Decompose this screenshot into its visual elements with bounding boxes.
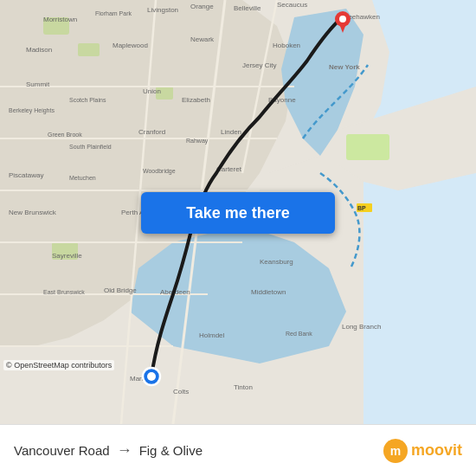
svg-text:Union: Union xyxy=(143,87,161,95)
svg-text:Hoboken: Hoboken xyxy=(273,42,300,49)
moovit-logo: m moovit xyxy=(383,439,462,463)
svg-text:Middletown: Middletown xyxy=(251,288,286,296)
svg-text:South Plainfield: South Plainfield xyxy=(69,144,112,150)
svg-text:Summit: Summit xyxy=(26,80,50,88)
svg-text:Tinton: Tinton xyxy=(234,383,253,391)
svg-text:Cranford: Cranford xyxy=(138,128,165,136)
svg-text:Sayreville: Sayreville xyxy=(52,252,82,260)
svg-text:Piscataway: Piscataway xyxy=(9,171,43,179)
svg-text:Secaucus: Secaucus xyxy=(277,1,307,9)
route-arrow: → xyxy=(117,441,132,460)
svg-point-67 xyxy=(147,372,156,381)
svg-text:Linden: Linden xyxy=(221,128,241,136)
osm-attribution: © OpenStreetMap contributors xyxy=(3,360,114,370)
svg-text:Madison: Madison xyxy=(26,46,52,54)
svg-text:New Brunswick: New Brunswick xyxy=(9,209,57,216)
svg-text:Metuchen: Metuchen xyxy=(69,175,96,181)
svg-rect-11 xyxy=(346,134,389,160)
moovit-icon: m xyxy=(383,439,408,463)
map-container: Morristown Florham Park Livingston Orang… xyxy=(0,0,476,424)
svg-text:Holmdel: Holmdel xyxy=(199,331,225,339)
origin-label: Vancouver Road xyxy=(14,443,110,458)
svg-point-70 xyxy=(339,16,346,23)
svg-text:Red Bank: Red Bank xyxy=(286,331,312,337)
bottom-bar: Vancouver Road → Fig & Olive m moovit xyxy=(0,424,476,476)
svg-text:New York: New York xyxy=(329,63,360,71)
svg-text:East Brunswick: East Brunswick xyxy=(43,289,85,295)
svg-text:Keansburg: Keansburg xyxy=(260,258,293,266)
svg-text:Elizabeth: Elizabeth xyxy=(182,96,210,104)
svg-text:Old Bridge: Old Bridge xyxy=(104,286,137,294)
svg-text:Belleville: Belleville xyxy=(234,4,261,12)
svg-text:Maplewood: Maplewood xyxy=(113,42,148,49)
take-me-there-button[interactable]: Take me there xyxy=(141,192,335,234)
svg-text:Orange: Orange xyxy=(190,3,214,10)
svg-text:Long Branch: Long Branch xyxy=(342,323,381,331)
svg-text:Jersey City: Jersey City xyxy=(242,61,277,69)
svg-text:Berkeley Heights: Berkeley Heights xyxy=(9,107,55,114)
svg-text:Green Brook: Green Brook xyxy=(48,132,82,138)
route-info: Vancouver Road → Fig & Olive xyxy=(14,441,203,460)
svg-rect-7 xyxy=(78,43,100,56)
svg-text:BP: BP xyxy=(357,205,366,211)
svg-text:Rahway: Rahway xyxy=(186,138,209,145)
svg-text:Scotch Plains: Scotch Plains xyxy=(69,97,106,103)
svg-text:Livingston: Livingston xyxy=(147,6,178,14)
moovit-text: moovit xyxy=(411,441,462,460)
svg-text:Florham Park: Florham Park xyxy=(95,10,132,16)
destination-label: Fig & Olive xyxy=(139,443,203,458)
svg-text:Colts: Colts xyxy=(173,388,189,396)
svg-text:Woodbridge: Woodbridge xyxy=(143,168,176,175)
svg-text:Morristown: Morristown xyxy=(43,16,77,23)
svg-text:Newark: Newark xyxy=(190,35,215,43)
